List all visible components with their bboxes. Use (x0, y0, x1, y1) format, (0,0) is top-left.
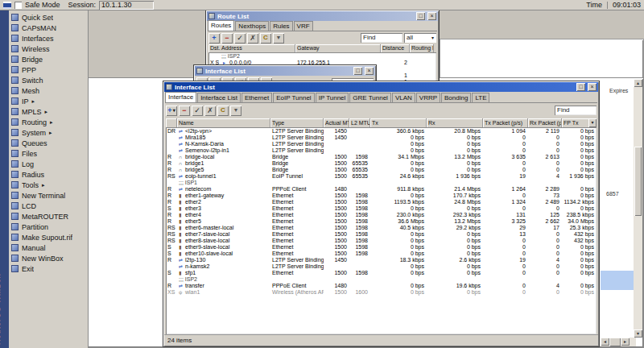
comment-row[interactable]: ;;; ISP1 (166, 180, 597, 186)
disable-button[interactable]: ✗ (204, 106, 216, 116)
find-input[interactable]: Find (361, 33, 402, 43)
enable-button[interactable]: ✓ (234, 33, 246, 44)
interface-row[interactable]: XSψwlan1Wireless (Atheros AR9...15001600… (166, 289, 597, 296)
vertical-scrollbar[interactable]: ▴ ▾ (634, 79, 642, 338)
sidebar-item-new-terminal[interactable]: New Terminal (9, 190, 88, 201)
remove-button[interactable]: − (221, 33, 233, 44)
interface-row[interactable]: ⇄Semenov-l2tp-in1L2TP Server Binding0 bp… (166, 147, 597, 154)
sidebar-item-mpls[interactable]: MPLS▸ (9, 106, 88, 117)
sidebar-item-lcd[interactable]: LCD (9, 201, 88, 211)
scrollbar-thumb[interactable] (609, 338, 621, 346)
selected-row[interactable] (601, 271, 636, 277)
tab-bonding[interactable]: Bonding (441, 93, 471, 102)
sidebar-item-capsman[interactable]: CAPsMAN (9, 23, 88, 33)
interface-row[interactable]: RS⇄eoip-tunnel1EoIP Tunnel15006553524.6 … (166, 173, 597, 180)
sidebar-item-ppp[interactable]: PPP (9, 64, 88, 75)
interface-list-titlebar[interactable]: Interface List □ × (164, 82, 598, 92)
sidebar-item-metarouter[interactable]: MetaROUTER (9, 211, 88, 222)
sidebar-item-exit[interactable]: Exit (9, 263, 88, 274)
interface-list-small-titlebar[interactable]: Interface List □ × (195, 66, 375, 76)
comment-row[interactable]: ;;; ISP2 (208, 53, 436, 60)
sidebar-item-interfaces[interactable]: Interfaces (9, 33, 88, 44)
maximize-button[interactable]: □ (416, 12, 425, 20)
column-header-routing-mark[interactable]: Routing Mark (410, 44, 434, 52)
close-icon[interactable]: × (365, 67, 374, 75)
tab-interface-list[interactable]: Interface List (197, 93, 241, 102)
add-button[interactable]: +▾ (166, 106, 177, 116)
session-select[interactable]: 10.1.1.30 (99, 1, 154, 10)
scroll-right-icon[interactable]: ▸ (621, 338, 630, 346)
column-header-flags[interactable] (166, 118, 177, 127)
column-header-l2-mtu[interactable]: L2 MTU (349, 118, 370, 127)
winbox-menu-icon[interactable] (3, 2, 11, 9)
interface-row[interactable]: R▮ether4Ethernet15001598230.0 kbps292.3 … (166, 212, 597, 218)
sidebar-item-files[interactable]: Files (9, 148, 88, 159)
comment-row[interactable]: ;;; ISP2 (166, 276, 597, 283)
tab-routes[interactable]: Routes (208, 20, 234, 31)
scroll-up-icon[interactable]: ▴ (634, 79, 642, 87)
column-header-actual-mtu[interactable]: Actual MTU (324, 118, 349, 127)
sidebar-item-quick-set[interactable]: Quick Set (9, 12, 88, 23)
tab-vlan[interactable]: VLAN (392, 93, 415, 102)
interface-row[interactable]: R∩bridge-localBridge1500159834.1 Mbps13.… (166, 154, 597, 160)
tab-ethernet[interactable]: Ethernet (242, 93, 272, 102)
column-selector-icon[interactable]: ▾ (588, 118, 597, 127)
column-header-tx[interactable]: Tx (370, 118, 427, 127)
column-header-tx-packet-p-s[interactable]: Tx Packet (p/s) (483, 118, 528, 127)
maximize-button[interactable]: □ (353, 67, 362, 75)
tab-rules[interactable]: Rules (270, 21, 292, 31)
interface-row[interactable]: R▮ether1-gatewayEthernet150015980 bps170… (166, 193, 597, 199)
interface-row[interactable]: ⇄N-Kamsk-DariaL2TP Server Binding0 bps0 … (166, 141, 597, 147)
horizontal-scrollbar[interactable]: ◂ ▸ (601, 338, 636, 346)
tab-ip-tunnel[interactable]: IP Tunnel (316, 93, 349, 102)
route-list-titlebar[interactable]: Route List □ × (207, 11, 438, 21)
interface-row[interactable]: RS▮ether8-slave-localEthernet150015980 b… (166, 238, 597, 244)
find-input[interactable]: Find (555, 106, 597, 115)
safe-mode-checkbox[interactable] (14, 2, 22, 9)
column-header-rx[interactable]: Rx (427, 118, 483, 127)
close-icon[interactable]: × (588, 83, 597, 91)
filter-button[interactable]: ▼ (273, 33, 284, 44)
disable-button[interactable]: ✗ (247, 33, 258, 44)
tab-eoip-tunnel[interactable]: EoIP Tunnel (273, 93, 314, 102)
sidebar-item-switch[interactable]: Switch (9, 75, 88, 85)
interface-row[interactable]: ⇄n-kamsk2L2TP Server Binding0 bps0 bps00… (166, 263, 597, 270)
sidebar-item-system[interactable]: System▸ (9, 127, 88, 138)
interface-row[interactable]: S▮ether9-slave-localEthernet150015980 bp… (166, 244, 597, 251)
comment-button[interactable]: C (217, 106, 229, 116)
interface-row[interactable]: S▮ether3Ethernet150015980 bps0 bps000 bp… (166, 205, 597, 212)
tab-vrf[interactable]: VRF (294, 21, 313, 31)
comment-button[interactable]: C (260, 33, 271, 44)
filter-button[interactable]: ▼ (230, 106, 242, 116)
interface-row[interactable]: R∩bridge5Bridge1500655350 bps0 bps000 bp… (166, 167, 597, 173)
selected-row[interactable] (601, 284, 636, 290)
scroll-down-icon[interactable]: ▾ (634, 329, 642, 338)
sidebar-item-manual[interactable]: Manual (9, 242, 88, 253)
interface-row[interactable]: R▮ether2Ethernet150015981193.5 kbps24.8 … (166, 199, 597, 205)
tab-interface[interactable]: Interface (165, 92, 196, 102)
sidebar-item-queues[interactable]: Queues (9, 138, 88, 148)
interface-row[interactable]: ⇄Mira185L2TP Server Binding14500 bps0 bp… (166, 135, 597, 141)
column-header-name[interactable]: Name (177, 118, 270, 127)
sidebar-item-make-supout-rif[interactable]: Make Supout.rif (9, 232, 88, 242)
column-header-distance[interactable]: Distance (381, 44, 410, 52)
interface-row[interactable]: R▮ether5Ethernet1500159836.6 Mbps13.2 Mb… (166, 218, 597, 225)
filter-scope-select[interactable]: all▾ (404, 33, 436, 43)
column-header-gateway[interactable]: Gateway (295, 44, 381, 52)
interface-row[interactable]: R⇄netelecomPPPoE Client1480911.8 kbps21.… (166, 186, 597, 193)
sidebar-item-partition[interactable]: Partition (9, 222, 88, 232)
interface-row[interactable]: RS▮ether7-slave-localEthernet150015980 b… (166, 231, 597, 238)
sidebar-item-bridge[interactable]: Bridge (9, 54, 88, 64)
interface-row[interactable]: R∩bridge1Bridge1500655350 bps0 bps000 bp… (166, 160, 597, 167)
scroll-left-icon[interactable]: ◂ (601, 338, 609, 346)
selected-row[interactable] (601, 277, 636, 284)
tab-lte[interactable]: LTE (472, 93, 489, 102)
sidebar-item-wireless[interactable]: Wireless (9, 44, 88, 54)
close-icon[interactable]: × (427, 12, 436, 20)
sidebar-item-log[interactable]: Log (9, 159, 88, 169)
tab-nexthops[interactable]: Nexthops (235, 21, 269, 31)
maximize-button[interactable]: □ (576, 83, 585, 91)
add-button[interactable]: + (208, 33, 220, 44)
sidebar-item-radius[interactable]: Radius (9, 169, 88, 180)
column-header-rx-packet-p-s[interactable]: Rx Packet (p/s) (528, 118, 562, 127)
